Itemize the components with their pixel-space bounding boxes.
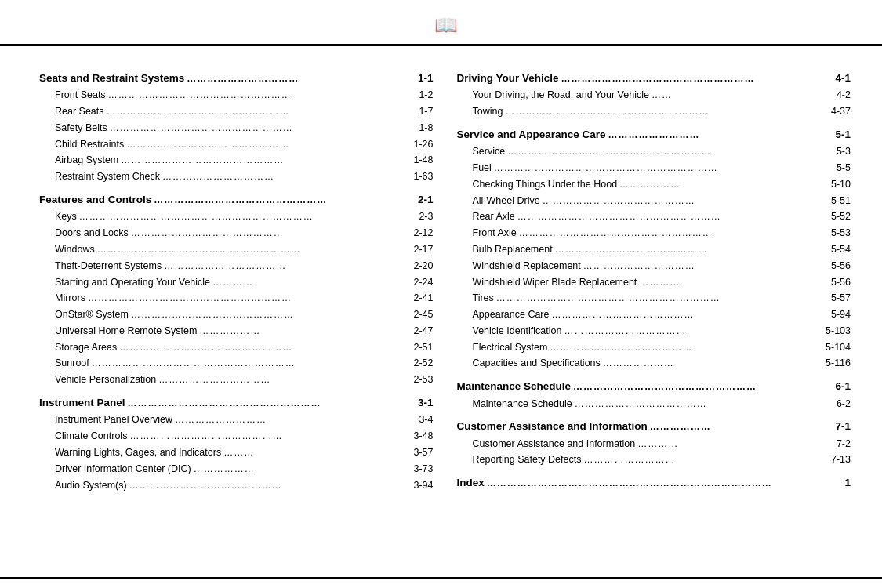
item-page: 5-104: [815, 339, 851, 356]
toc-dots: ………………………………………………: [108, 88, 396, 103]
toc-section-title: Instrument Panel ………………………………………………… 3-1: [39, 394, 434, 412]
toc-item: All-Wheel Drive ……………………………………… 5-51: [457, 193, 851, 209]
toc-item: Doors and Locks ……………………………………… 2-12: [39, 225, 434, 241]
item-label: Customer Assistance and Information: [473, 436, 636, 452]
header: 📖: [0, 0, 882, 46]
item-label: Instrument Panel Overview: [55, 412, 172, 428]
item-page: 1-8: [398, 120, 434, 136]
toc-dots: ……………………………: [583, 259, 813, 274]
toc-dots: ………………………………………………: [573, 379, 813, 395]
toc-item: Your Driving, the Road, and Your Vehicle…: [457, 87, 851, 103]
toc-item: Vehicle Personalization …………………………… 2-53: [39, 372, 434, 388]
item-label: Front Seats: [55, 87, 106, 103]
toc-item: Windows …………………………………………………… 2-17: [39, 241, 434, 258]
toc-dots: …………………………………………………: [561, 71, 813, 87]
toc-item: Capacities and Specifications ………………… 5-…: [457, 355, 851, 372]
toc-item: Fuel ………………………………………………………… 5-5: [457, 160, 851, 176]
toc-dots: ………………: [619, 177, 813, 193]
item-label: Storage Areas: [55, 339, 117, 356]
item-page: 5-56: [815, 258, 851, 274]
toc-item: Rear Seats ……………………………………………… 1-7: [39, 103, 434, 120]
item-label: Doors and Locks: [55, 225, 129, 241]
item-page: 2-20: [398, 258, 434, 274]
toc-dots: ………………………………: [564, 324, 813, 339]
toc-dots: ………………………………………: [543, 194, 813, 209]
toc-item: OnStar® System ………………………………………… 2-45: [39, 307, 434, 323]
toc-item: Electrical System …………………………………… 5-104: [457, 339, 851, 356]
toc-item: Maintenance Schedule ………………………………… 6-2: [457, 396, 851, 412]
item-label: Appearance Care: [473, 307, 550, 323]
toc-dots: …………………………………………………………………………: [487, 476, 813, 492]
toc-item: Tires ………………………………………………………… 5-57: [457, 290, 851, 307]
section-label: Maintenance Schedule: [457, 378, 572, 395]
toc-dots: …………………………………………………………: [496, 291, 813, 307]
toc-dots: ………………………………………: [555, 242, 813, 258]
toc-item: Mirrors …………………………………………………… 2-41: [39, 290, 434, 307]
item-page: 5-94: [815, 307, 851, 323]
toc-content: Seats and Restraint Systems …………………………… …: [0, 46, 882, 577]
toc-section-title: Service and Appearance Care ……………………… 5-…: [457, 126, 851, 143]
item-label: Climate Controls: [55, 428, 127, 445]
toc-dots: ……………………………………………………: [507, 144, 813, 160]
toc-item: Customer Assistance and Information ……………: [457, 436, 851, 452]
toc-dots: ……………………………………………………: [92, 356, 396, 372]
section-page: 5-1: [815, 126, 851, 143]
toc-dots: ……………………………: [162, 169, 395, 185]
item-page: 3-48: [398, 428, 434, 445]
toc-dots: …………: [637, 437, 813, 452]
item-page: 1-48: [398, 152, 434, 169]
toc-item: Keys …………………………………………………………… 2-3: [39, 209, 434, 225]
item-page: 1-63: [398, 169, 434, 185]
item-page: 5-103: [815, 323, 851, 339]
section-label: Service and Appearance Care: [457, 126, 606, 143]
toc-item: Driver Information Center (DIC) ……………… 3…: [39, 461, 434, 477]
toc-dots: ………………………………………: [131, 226, 396, 241]
item-page: 2-47: [398, 323, 434, 339]
item-label: Vehicle Identification: [473, 323, 562, 339]
toc-item: Airbag System ………………………………………… 1-48: [39, 152, 434, 169]
item-page: 5-53: [815, 225, 851, 241]
item-label: Bulb Replacement: [473, 241, 553, 258]
toc-section-title: Index ………………………………………………………………………… 1: [457, 474, 851, 492]
section-page: 2-1: [398, 191, 434, 209]
toc-item: Front Seats ……………………………………………… 1-2: [39, 87, 434, 103]
item-page: 3-73: [398, 461, 434, 477]
right-column: Driving Your Vehicle ……………………………………………………: [457, 64, 851, 563]
item-page: 5-3: [815, 143, 851, 160]
section-label: Driving Your Vehicle: [457, 70, 559, 87]
item-label: Towing: [473, 103, 503, 120]
toc-dots: …………: [212, 275, 395, 291]
toc-dots: …………………………………………: [121, 153, 395, 169]
item-label: Windshield Wiper Blade Replacement: [473, 274, 637, 291]
toc-item: Reporting Safety Defects ……………………… 7-13: [457, 452, 851, 468]
item-page: 7-2: [815, 436, 851, 452]
toc-dots: ………………………………………: [129, 429, 395, 445]
toc-dots: …………: [639, 275, 813, 291]
item-label: Mirrors: [55, 290, 85, 307]
item-page: 5-5: [815, 160, 851, 176]
item-page: 2-52: [398, 355, 434, 372]
toc-item: Storage Areas …………………………………………… 2-51: [39, 339, 434, 356]
item-label: Driver Information Center (DIC): [55, 461, 191, 477]
toc-dots: …………………………………………………: [519, 226, 813, 241]
item-page: 3-4: [398, 412, 434, 428]
toc-item: Bulb Replacement ……………………………………… 5-54: [457, 241, 851, 258]
item-page: 1-2: [398, 87, 434, 103]
toc-dots: ……: [652, 88, 813, 103]
toc-dots: ………………: [199, 324, 395, 339]
toc-dots: …………………………………………: [131, 307, 396, 323]
toc-item: Theft-Deterrent Systems ……………………………… 2-2…: [39, 258, 434, 274]
item-label: Your Driving, the Road, and Your Vehicle: [473, 87, 649, 103]
item-page: 6-2: [815, 396, 851, 412]
section-page: 6-1: [815, 378, 851, 395]
item-label: Reporting Safety Defects: [473, 452, 582, 468]
section-label: Index: [457, 474, 485, 492]
item-page: 5-10: [815, 176, 851, 193]
page: 📖 Seats and Restraint Systems ……………………………: [0, 0, 882, 588]
item-page: 2-17: [398, 241, 434, 258]
toc-item: Safety Belts ……………………………………………… 1-8: [39, 120, 434, 136]
item-page: 2-41: [398, 290, 434, 307]
toc-item: Starting and Operating Your Vehicle ……………: [39, 274, 434, 291]
toc-item: Checking Things Under the Hood ……………… 5-…: [457, 176, 851, 193]
section-page: 3-1: [398, 394, 434, 412]
